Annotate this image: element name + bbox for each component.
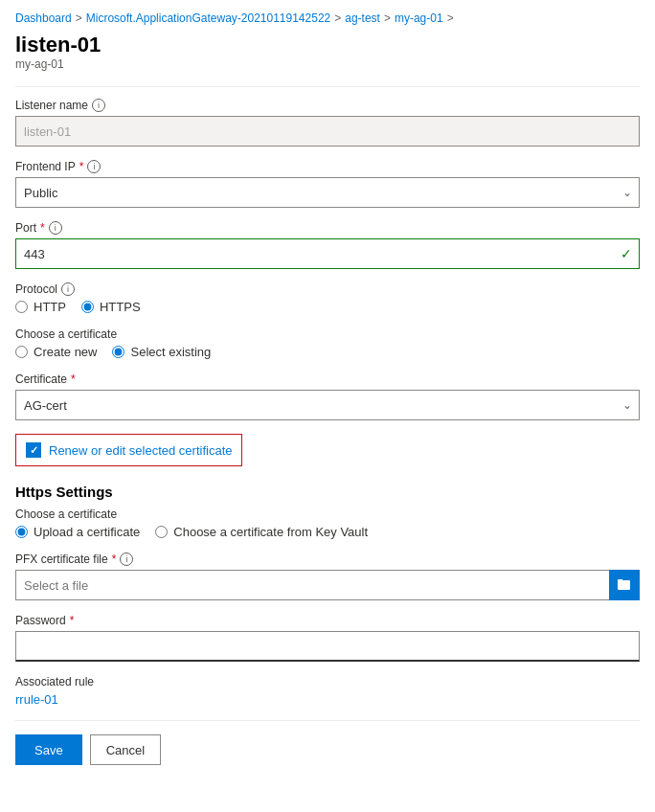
associated-rule-link[interactable]: rrule-01: [15, 692, 58, 707]
renew-edit-checkbox-icon: [26, 442, 41, 458]
frontend-ip-field: Frontend IP * i Public Private ⌄: [15, 160, 640, 208]
https-keyvault-cert-option[interactable]: Choose a certificate from Key Vault: [155, 525, 368, 539]
cert-create-new-label: Create new: [34, 345, 97, 359]
cert-create-new-radio[interactable]: [15, 346, 28, 358]
protocol-info-icon[interactable]: i: [61, 282, 75, 296]
password-input[interactable]: [15, 631, 640, 662]
save-button[interactable]: Save: [15, 734, 82, 765]
breadcrumb-agtest[interactable]: ag-test: [345, 11, 380, 25]
listener-name-field: Listener name i: [15, 99, 640, 147]
https-upload-cert-label: Upload a certificate: [34, 525, 140, 539]
certificate-required: *: [71, 372, 76, 386]
certificate-select-wrapper: AG-cert ⌄: [15, 390, 640, 420]
pfx-file-field: PFX certificate file * i: [15, 553, 640, 600]
port-required: *: [40, 221, 45, 235]
protocol-https-option[interactable]: HTTPS: [81, 300, 141, 314]
https-keyvault-cert-radio[interactable]: [155, 526, 168, 538]
cancel-button[interactable]: Cancel: [90, 734, 161, 765]
https-cert-radio-group: Upload a certificate Choose a certificat…: [15, 525, 640, 539]
renew-edit-checkbox-row[interactable]: Renew or edit selected certificate: [15, 434, 242, 466]
port-select[interactable]: 443: [15, 238, 640, 269]
protocol-http-option[interactable]: HTTP: [15, 300, 66, 314]
breadcrumb-gateway[interactable]: Microsoft.ApplicationGateway-20210119142…: [86, 11, 331, 25]
certificate-label: Certificate: [15, 372, 67, 386]
cert-select-existing-label: Select existing: [130, 345, 211, 359]
https-upload-cert-radio[interactable]: [15, 526, 28, 538]
renew-edit-label[interactable]: Renew or edit selected certificate: [49, 443, 232, 458]
protocol-http-radio[interactable]: [15, 301, 28, 313]
protocol-radio-group: HTTP HTTPS: [15, 300, 640, 314]
frontend-ip-info-icon[interactable]: i: [87, 160, 101, 173]
listener-name-info-icon[interactable]: i: [92, 99, 105, 112]
title-divider: [15, 86, 640, 87]
listener-name-input: [15, 116, 640, 147]
frontend-ip-required: *: [79, 160, 84, 173]
https-choose-cert-field: Choose a certificate Upload a certificat…: [15, 508, 640, 539]
cert-create-new-option[interactable]: Create new: [15, 345, 97, 359]
breadcrumb-dashboard[interactable]: Dashboard: [15, 11, 72, 25]
choose-cert-label: Choose a certificate: [15, 327, 117, 341]
https-upload-cert-option[interactable]: Upload a certificate: [15, 525, 140, 539]
certificate-select[interactable]: AG-cert: [15, 390, 640, 420]
choose-cert-field: Choose a certificate Create new Select e…: [15, 327, 640, 359]
page-subtitle: my-ag-01: [15, 57, 640, 71]
cert-select-existing-radio[interactable]: [112, 346, 124, 358]
pfx-file-required: *: [112, 553, 117, 566]
associated-rule-label: Associated rule: [15, 675, 640, 688]
breadcrumb-myag[interactable]: my-ag-01: [395, 11, 443, 25]
frontend-ip-select[interactable]: Public Private: [15, 177, 640, 208]
protocol-http-label: HTTP: [34, 300, 66, 314]
bottom-divider: [15, 720, 640, 721]
port-select-wrapper: 443 ✓: [15, 238, 640, 269]
port-info-icon[interactable]: i: [49, 221, 62, 235]
pfx-file-label: PFX certificate file: [15, 553, 108, 566]
port-label: Port: [15, 221, 36, 235]
frontend-ip-label: Frontend IP: [15, 160, 76, 173]
cert-select-existing-option[interactable]: Select existing: [112, 345, 211, 359]
https-keyvault-cert-label: Choose a certificate from Key Vault: [173, 525, 368, 539]
protocol-https-label: HTTPS: [100, 300, 141, 314]
folder-icon: [617, 577, 632, 593]
pfx-input-row: [15, 570, 640, 600]
associated-rule-field: Associated rule rrule-01: [15, 675, 640, 707]
port-field: Port * i 443 ✓: [15, 221, 640, 269]
pfx-file-info-icon[interactable]: i: [120, 553, 133, 566]
breadcrumb: Dashboard > Microsoft.ApplicationGateway…: [15, 11, 640, 25]
https-choose-cert-label: Choose a certificate: [15, 508, 117, 521]
frontend-ip-select-wrapper: Public Private ⌄: [15, 177, 640, 208]
protocol-field: Protocol i HTTP HTTPS: [15, 282, 640, 314]
password-label: Password: [15, 614, 66, 627]
pfx-browse-button[interactable]: [609, 570, 640, 600]
https-settings-title: Https Settings: [15, 484, 640, 500]
certificate-dropdown-field: Certificate * AG-cert ⌄: [15, 372, 640, 420]
pfx-file-input[interactable]: [15, 570, 609, 600]
action-buttons: Save Cancel: [15, 734, 640, 765]
page-title: listen-01: [15, 33, 640, 57]
protocol-https-radio[interactable]: [81, 301, 94, 313]
protocol-label: Protocol: [15, 282, 57, 296]
listener-name-label: Listener name: [15, 99, 88, 112]
password-required: *: [70, 614, 75, 627]
password-field: Password *: [15, 614, 640, 662]
choose-cert-radio-group: Create new Select existing: [15, 345, 640, 359]
